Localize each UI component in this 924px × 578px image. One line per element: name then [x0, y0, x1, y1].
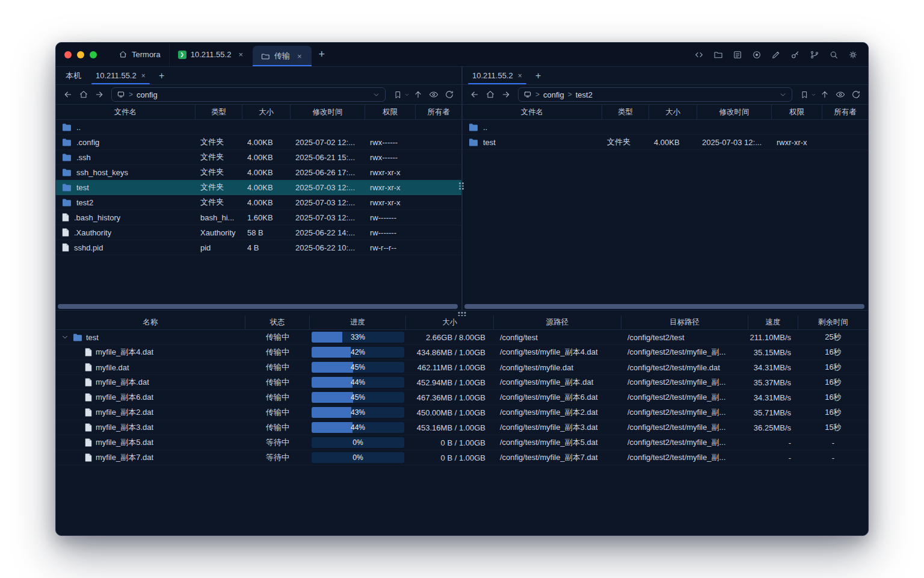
- tab-termora[interactable]: Termora: [110, 43, 169, 66]
- back-button[interactable]: [467, 87, 482, 102]
- tab-local[interactable]: 本机: [58, 67, 88, 84]
- transfer-eta: 16秒: [798, 407, 868, 418]
- chevron-down-icon[interactable]: [372, 91, 380, 99]
- tab-host-session[interactable]: ❯ 10.211.55.2 ×: [169, 43, 253, 66]
- branch-icon[interactable]: [807, 47, 822, 63]
- file-name: sshd.pid: [74, 243, 103, 252]
- column-header-size[interactable]: 大小: [406, 315, 494, 329]
- settings-gear-icon[interactable]: [845, 47, 861, 63]
- code-icon[interactable]: [691, 47, 707, 63]
- file-row[interactable]: .Xauthority Xauthority 58 B 2025-06-22 1…: [56, 225, 461, 240]
- column-header-size[interactable]: 大小: [242, 105, 291, 119]
- path-breadcrumb[interactable]: > config: [111, 87, 386, 102]
- scrollbar-thumb[interactable]: [464, 304, 864, 309]
- column-header-type[interactable]: 类型: [602, 105, 649, 119]
- home-button[interactable]: [483, 87, 497, 102]
- chevron-down-icon[interactable]: [779, 91, 787, 99]
- breadcrumb-item[interactable]: test2: [576, 90, 593, 99]
- column-header-owner[interactable]: 所有者: [822, 105, 868, 119]
- column-header-progress[interactable]: 进度: [310, 315, 406, 329]
- file-row[interactable]: test2 文件夹 4.00KB 2025-07-03 12:... rwxr-…: [56, 195, 461, 210]
- file-row[interactable]: ssh_host_keys 文件夹 4.00KB 2025-06-26 17:.…: [56, 165, 461, 180]
- scrollbar-thumb[interactable]: [58, 304, 458, 309]
- column-header-speed[interactable]: 速度: [748, 315, 798, 329]
- column-header-perm[interactable]: 权限: [365, 105, 416, 119]
- file-perm-cell: rwxr-xr-x: [365, 183, 416, 192]
- titlebar: Termora ❯ 10.211.55.2 × 传输 × +: [56, 43, 868, 67]
- horizontal-splitter[interactable]: [56, 310, 868, 315]
- forward-button[interactable]: [499, 87, 513, 102]
- maximize-window-button[interactable]: [90, 51, 97, 58]
- log-icon[interactable]: [730, 47, 745, 63]
- show-hidden-files-button[interactable]: [833, 87, 848, 102]
- file-mtime-cell: 2025-07-02 12:...: [291, 138, 365, 147]
- minimize-window-button[interactable]: [77, 51, 84, 58]
- column-header-name[interactable]: 名称: [56, 315, 245, 329]
- vertical-splitter[interactable]: [461, 67, 463, 310]
- edit-icon[interactable]: [768, 47, 784, 63]
- bookmark-dropdown-icon[interactable]: [811, 92, 816, 98]
- close-tab-icon[interactable]: ×: [237, 50, 244, 59]
- record-icon[interactable]: [749, 47, 765, 63]
- column-header-eta[interactable]: 剩余时间: [798, 315, 868, 329]
- tab-remote-host[interactable]: 10.211.55.2 ×: [465, 67, 529, 84]
- column-header-filename[interactable]: 文件名: [56, 105, 196, 119]
- breadcrumb-separator: >: [535, 90, 540, 99]
- bookmark-button[interactable]: [797, 87, 812, 102]
- file-row[interactable]: sshd.pid pid 4 B 2025-06-22 10:... rw-r-…: [56, 240, 461, 255]
- breadcrumb-item[interactable]: config: [137, 90, 158, 99]
- file-perm-cell: rwxr-xr-x: [772, 138, 822, 147]
- transfer-row[interactable]: test 传输中 33% 2.66GB / 8.00GB /config/tes…: [56, 330, 868, 345]
- refresh-button[interactable]: [442, 87, 457, 102]
- key-icon[interactable]: [787, 47, 803, 63]
- parent-directory-button[interactable]: [411, 87, 425, 102]
- column-header-status[interactable]: 状态: [245, 315, 310, 329]
- column-header-size[interactable]: 大小: [649, 105, 697, 119]
- transfer-row[interactable]: myfile.dat 传输中 45% 462.11MB / 1.00GB /co…: [56, 360, 868, 375]
- bookmark-dropdown-icon[interactable]: [404, 92, 410, 98]
- file-row[interactable]: ..: [56, 120, 461, 135]
- add-panel-tab-button[interactable]: +: [153, 67, 171, 84]
- search-icon[interactable]: [826, 47, 842, 63]
- forward-button[interactable]: [92, 87, 106, 102]
- back-button[interactable]: [61, 87, 75, 102]
- close-tab-icon[interactable]: ×: [296, 52, 303, 61]
- transfer-row[interactable]: myfile_副本.dat 传输中 44% 452.94MB / 1.00GB …: [56, 375, 868, 390]
- file-row[interactable]: .config 文件夹 4.00KB 2025-07-02 12:... rwx…: [56, 135, 461, 150]
- file-row[interactable]: .ssh 文件夹 4.00KB 2025-06-21 15:... rwx---…: [56, 150, 461, 165]
- column-header-mtime[interactable]: 修改时间: [291, 105, 365, 119]
- close-window-button[interactable]: [64, 51, 72, 58]
- close-tab-icon[interactable]: ×: [141, 72, 146, 80]
- column-header-source-path[interactable]: 源路径: [494, 315, 621, 329]
- file-row[interactable]: ..: [463, 120, 868, 135]
- path-breadcrumb[interactable]: > config > test2: [518, 87, 792, 102]
- transfer-row[interactable]: myfile_副本7.dat 等待中 0% 0 B / 1.00GB /conf…: [56, 450, 868, 465]
- file-row[interactable]: .bash_history bash_hi... 1.60KB 2025-07-…: [56, 210, 461, 225]
- expand-chevron-icon[interactable]: [61, 333, 69, 341]
- transfer-row[interactable]: myfile_副本4.dat 传输中 42% 434.86MB / 1.00GB…: [56, 345, 868, 360]
- column-header-type[interactable]: 类型: [196, 105, 242, 119]
- home-button[interactable]: [76, 87, 91, 102]
- column-header-owner[interactable]: 所有者: [416, 105, 461, 119]
- column-header-perm[interactable]: 权限: [772, 105, 822, 119]
- transfer-row[interactable]: myfile_副本3.dat 传输中 44% 453.16MB / 1.00GB…: [56, 420, 868, 435]
- tab-remote-host[interactable]: 10.211.55.2 ×: [88, 67, 153, 84]
- folder-icon[interactable]: [710, 47, 726, 63]
- column-header-mtime[interactable]: 修改时间: [697, 105, 772, 119]
- tab-transfer[interactable]: 传输 ×: [253, 46, 312, 66]
- show-hidden-files-button[interactable]: [427, 87, 441, 102]
- file-row[interactable]: test 文件夹 4.00KB 2025-07-03 12:... rwxr-x…: [463, 135, 868, 150]
- close-tab-icon[interactable]: ×: [518, 72, 522, 80]
- new-tab-button[interactable]: +: [312, 43, 333, 66]
- column-header-target-path[interactable]: 目标路径: [621, 315, 748, 329]
- transfer-row[interactable]: myfile_副本2.dat 传输中 43% 450.00MB / 1.00GB…: [56, 405, 868, 420]
- transfer-row[interactable]: myfile_副本6.dat 传输中 45% 467.36MB / 1.00GB…: [56, 390, 868, 405]
- breadcrumb-item[interactable]: config: [543, 90, 564, 99]
- parent-directory-button[interactable]: [818, 87, 832, 102]
- refresh-button[interactable]: [849, 87, 863, 102]
- transfer-row[interactable]: myfile_副本5.dat 等待中 0% 0 B / 1.00GB /conf…: [56, 435, 868, 450]
- bookmark-button[interactable]: [390, 87, 405, 102]
- column-header-filename[interactable]: 文件名: [463, 105, 602, 119]
- file-row[interactable]: test 文件夹 4.00KB 2025-07-03 12:... rwxr-x…: [56, 180, 461, 195]
- add-panel-tab-button[interactable]: +: [529, 67, 547, 84]
